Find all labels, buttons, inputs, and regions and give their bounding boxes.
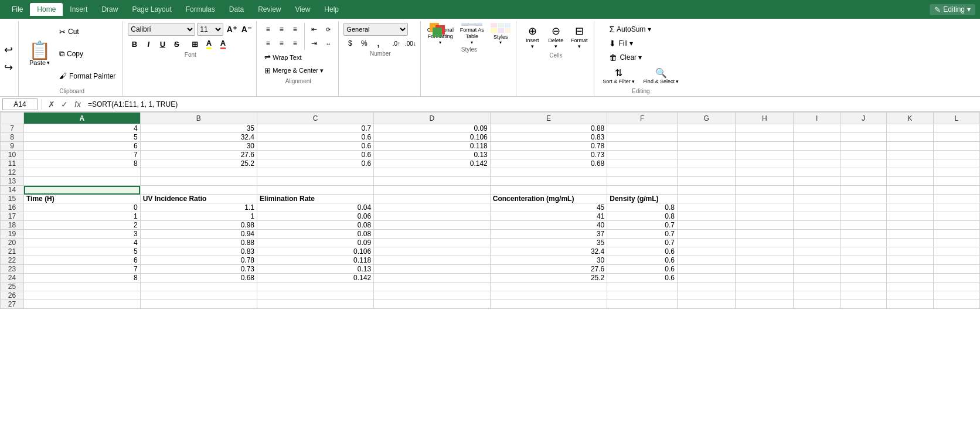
- cell-H9[interactable]: [736, 142, 794, 151]
- cell-L19[interactable]: [933, 230, 979, 239]
- cell-C27[interactable]: [257, 300, 374, 309]
- cell-I7[interactable]: [794, 124, 840, 133]
- col-header-g[interactable]: G: [677, 113, 735, 124]
- cell-I20[interactable]: [794, 239, 840, 247]
- cell-H27[interactable]: [736, 300, 794, 309]
- cell-B22[interactable]: 0.78: [140, 256, 257, 265]
- cell-K12[interactable]: [887, 168, 933, 177]
- tab-page-layout[interactable]: Page Layout: [125, 3, 178, 16]
- cell-J8[interactable]: [840, 133, 886, 142]
- cell-A20[interactable]: 4: [24, 239, 141, 247]
- cell-I24[interactable]: [794, 274, 840, 283]
- cell-K15[interactable]: [887, 195, 933, 203]
- cell-A16[interactable]: 0: [24, 203, 141, 212]
- cell-F16[interactable]: 0.8: [607, 203, 678, 212]
- cell-A14[interactable]: [24, 186, 141, 195]
- cell-K27[interactable]: [887, 300, 933, 309]
- cell-D16[interactable]: [374, 203, 491, 212]
- cell-E17[interactable]: 41: [490, 212, 607, 221]
- cell-B19[interactable]: 0.94: [140, 230, 257, 239]
- tab-insert[interactable]: Insert: [63, 3, 94, 16]
- cell-A27[interactable]: [24, 300, 141, 309]
- cell-I8[interactable]: [794, 133, 840, 142]
- font-name-select[interactable]: Calibri: [128, 23, 195, 36]
- cell-A26[interactable]: [24, 291, 141, 300]
- cell-F22[interactable]: 0.6: [607, 256, 678, 265]
- cell-B8[interactable]: 32.4: [140, 133, 257, 142]
- cell-E25[interactable]: [490, 283, 607, 291]
- cell-D21[interactable]: [374, 247, 491, 256]
- cell-E15[interactable]: Concenteration (mg/mL): [490, 195, 607, 203]
- row-header-14[interactable]: 14: [1, 186, 24, 195]
- cell-J26[interactable]: [840, 291, 886, 300]
- tab-home[interactable]: Home: [30, 3, 63, 16]
- cell-K9[interactable]: [887, 142, 933, 151]
- cell-J19[interactable]: [840, 230, 886, 239]
- cell-C10[interactable]: 0.6: [257, 151, 374, 159]
- cell-C21[interactable]: 0.106: [257, 247, 374, 256]
- cell-L25[interactable]: [933, 283, 979, 291]
- cell-I25[interactable]: [794, 283, 840, 291]
- cell-L16[interactable]: [933, 203, 979, 212]
- tab-data[interactable]: Data: [222, 3, 251, 16]
- row-header-26[interactable]: 26: [1, 291, 24, 300]
- cell-E11[interactable]: 0.68: [490, 159, 607, 168]
- clear-button[interactable]: 🗑 Clear ▾: [605, 51, 676, 64]
- cell-J7[interactable]: [840, 124, 886, 133]
- cell-B14[interactable]: [140, 186, 257, 195]
- cell-B9[interactable]: 30: [140, 142, 257, 151]
- font-size-select[interactable]: 11: [197, 23, 223, 36]
- cell-B27[interactable]: [140, 300, 257, 309]
- fill-button[interactable]: ⬇ Fill ▾: [605, 37, 676, 50]
- cell-L20[interactable]: [933, 239, 979, 247]
- strikethrough-button[interactable]: S: [170, 38, 183, 50]
- cell-K14[interactable]: [887, 186, 933, 195]
- cell-C25[interactable]: [257, 283, 374, 291]
- cell-D13[interactable]: [374, 177, 491, 186]
- cell-L7[interactable]: [933, 124, 979, 133]
- cell-L13[interactable]: [933, 177, 979, 186]
- cell-E22[interactable]: 30: [490, 256, 607, 265]
- cell-G7[interactable]: [677, 124, 735, 133]
- indent-increase-button[interactable]: ⇥: [308, 37, 321, 50]
- cell-K7[interactable]: [887, 124, 933, 133]
- cell-D11[interactable]: 0.142: [374, 159, 491, 168]
- paste-button[interactable]: 📋 Paste ▾: [25, 21, 55, 87]
- cell-C9[interactable]: 0.6: [257, 142, 374, 151]
- undo-button[interactable]: ↩: [2, 42, 15, 58]
- cell-G24[interactable]: [677, 274, 735, 283]
- row-header-18[interactable]: 18: [1, 221, 24, 230]
- col-header-f[interactable]: F: [607, 113, 678, 124]
- cell-L18[interactable]: [933, 221, 979, 230]
- cell-G20[interactable]: [677, 239, 735, 247]
- cell-F19[interactable]: 0.7: [607, 230, 678, 239]
- cell-F27[interactable]: [607, 300, 678, 309]
- cell-L22[interactable]: [933, 256, 979, 265]
- row-header-10[interactable]: 10: [1, 151, 24, 159]
- increase-decimal-button[interactable]: .0↑: [390, 38, 403, 49]
- row-header-19[interactable]: 19: [1, 230, 24, 239]
- cell-E16[interactable]: 45: [490, 203, 607, 212]
- cell-F26[interactable]: [607, 291, 678, 300]
- cell-A11[interactable]: 8: [24, 159, 141, 168]
- number-format-select[interactable]: General: [343, 23, 408, 36]
- cell-A18[interactable]: 2: [24, 221, 141, 230]
- cell-A9[interactable]: 6: [24, 142, 141, 151]
- cell-L27[interactable]: [933, 300, 979, 309]
- format-as-table-button[interactable]: Format As Table ▾: [457, 23, 486, 45]
- cell-I16[interactable]: [794, 203, 840, 212]
- row-header-15[interactable]: 15: [1, 195, 24, 203]
- cell-G27[interactable]: [677, 300, 735, 309]
- cell-I27[interactable]: [794, 300, 840, 309]
- cell-G18[interactable]: [677, 221, 735, 230]
- cell-B17[interactable]: 1: [140, 212, 257, 221]
- wrap-text-button[interactable]: ⇌ Wrap Text: [261, 51, 335, 63]
- cell-C16[interactable]: 0.04: [257, 203, 374, 212]
- cell-H26[interactable]: [736, 291, 794, 300]
- cell-H8[interactable]: [736, 133, 794, 142]
- cell-F11[interactable]: [607, 159, 678, 168]
- cell-G9[interactable]: [677, 142, 735, 151]
- cell-I17[interactable]: [794, 212, 840, 221]
- cell-H15[interactable]: [736, 195, 794, 203]
- cut-button[interactable]: ✂ Cut: [56, 26, 119, 38]
